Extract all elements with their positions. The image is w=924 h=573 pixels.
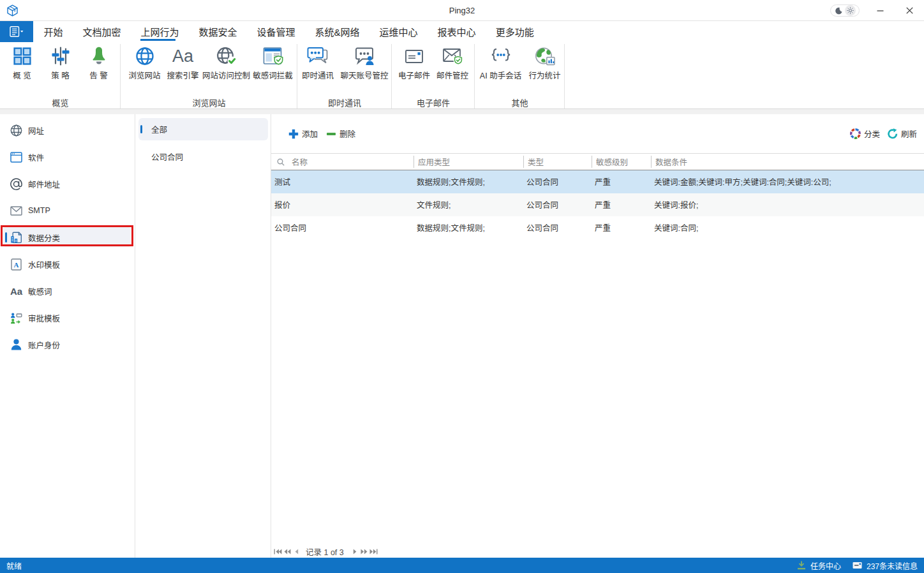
- sidebar-item-url[interactable]: 网址: [0, 117, 135, 144]
- search-engine-button[interactable]: Aa 搜索引擎: [164, 47, 202, 81]
- toolbar-button-label: 删除: [339, 128, 355, 140]
- tab-system-network[interactable]: 系统&网络: [305, 21, 369, 42]
- behavior-stats-icon: [535, 47, 555, 66]
- classify-button[interactable]: 分类: [850, 128, 880, 140]
- email-control-button[interactable]: 邮件管控: [433, 47, 472, 81]
- browse-website-button[interactable]: 浏览网站: [126, 47, 164, 81]
- tab-start[interactable]: 开始: [34, 21, 73, 42]
- column-header-condition[interactable]: 数据条件: [651, 154, 924, 170]
- column-header-label: 数据条件: [655, 158, 687, 167]
- behavior-stats-button[interactable]: 行为统计: [526, 47, 564, 81]
- ribbon-button-label: AI 助手会话: [480, 69, 521, 81]
- tab-data-security[interactable]: 数据安全: [189, 21, 247, 42]
- column-header-app-type[interactable]: 应用类型: [414, 154, 523, 170]
- sidebar-item-watermark-template[interactable]: A 水印模板: [0, 251, 135, 278]
- sidebar-item-software[interactable]: 软件: [0, 144, 135, 170]
- table-row[interactable]: 报价 文件规则; 公司合同 严重 关键词:报价;: [271, 193, 924, 216]
- instant-messaging-icon: [307, 47, 329, 66]
- title-bar: Ping32: [0, 0, 924, 21]
- close-button[interactable]: [895, 0, 924, 21]
- sidebar-item-email-address[interactable]: 邮件地址: [0, 170, 135, 197]
- table-header-row: 名称 应用类型 类型 敏感级别 数据条件: [271, 154, 924, 170]
- web-access-control-icon: [216, 47, 237, 66]
- ribbon-group-label: 即时通讯: [297, 96, 392, 108]
- theme-toggle[interactable]: [830, 4, 860, 17]
- cell-name: 测试: [271, 170, 414, 193]
- search-icon[interactable]: [277, 158, 285, 166]
- chat-account-control-button[interactable]: 聊天账号管控: [338, 47, 391, 81]
- ai-assistant-chat-button[interactable]: AI 助手会话: [476, 47, 526, 81]
- table-row[interactable]: 测试 数据规则;文件规则; 公司合同 严重 关键词:金额;关键词:甲方;关键词:…: [271, 170, 924, 193]
- ribbon-tab-row: 开始 文档加密 上网行为 数据安全 设备管理 系统&网络 运维中心 报表中心 更…: [0, 21, 924, 42]
- prev-page-icon[interactable]: [292, 547, 301, 557]
- email-control-icon: [442, 47, 463, 66]
- ribbon-content-divider: [0, 109, 924, 114]
- ribbon-empty-space: [565, 42, 924, 108]
- first-page-icon[interactable]: [273, 547, 282, 557]
- sidebar-item-account-identity[interactable]: 账户身份: [0, 331, 135, 358]
- tab-device-management[interactable]: 设备管理: [247, 21, 305, 42]
- instant-messaging-button[interactable]: 即时通讯: [298, 47, 338, 81]
- unread-messages-button[interactable]: 237条未读信息: [853, 560, 918, 571]
- next-group-icon[interactable]: [360, 547, 369, 557]
- category-item-label: 全部: [151, 123, 167, 135]
- cell-app-type: 数据规则;文件规则;: [414, 216, 523, 239]
- tab-ops-center[interactable]: 运维中心: [369, 21, 428, 42]
- sidebar-item-smtp[interactable]: SMTP: [0, 197, 135, 224]
- tab-report-center[interactable]: 报表中心: [428, 21, 486, 42]
- sidebar-item-approval-template[interactable]: 审批模板: [0, 304, 135, 331]
- light-mode-sun-icon[interactable]: [845, 5, 856, 16]
- sensitive-word-block-button[interactable]: 敏感词拦截: [251, 47, 295, 81]
- sidebar-item-sensitive-words[interactable]: Aa 敏感词: [0, 278, 135, 304]
- task-center-button[interactable]: 任务中心: [797, 560, 841, 571]
- ai-assistant-braces-icon: [490, 47, 512, 66]
- category-item-company-contract[interactable]: 公司合同: [138, 145, 268, 168]
- person-icon: [10, 339, 22, 350]
- alert-bell-icon: [89, 47, 108, 66]
- dark-mode-moon-icon[interactable]: [835, 7, 842, 15]
- tab-doc-encryption[interactable]: 文档加密: [73, 21, 131, 42]
- email-button[interactable]: 电子邮件: [395, 47, 433, 81]
- tab-web-behavior[interactable]: 上网行为: [131, 21, 189, 42]
- last-page-icon[interactable]: [369, 547, 378, 557]
- column-header-name[interactable]: 名称: [271, 154, 414, 170]
- ribbon-group-label: 概览: [0, 96, 121, 108]
- next-page-icon[interactable]: [350, 547, 359, 557]
- ribbon-tabs: 开始 文档加密 上网行为 数据安全 设备管理 系统&网络 运维中心 报表中心 更…: [34, 21, 544, 42]
- web-access-control-button[interactable]: 网站访问控制: [202, 47, 251, 81]
- delete-button[interactable]: 删除: [326, 128, 355, 140]
- refresh-button[interactable]: 刷新: [887, 128, 917, 140]
- globe-icon: [10, 124, 22, 137]
- sidebar-item-data-classification[interactable]: 数据分类: [0, 224, 135, 251]
- table-row[interactable]: 公司合同 数据规则;文件规则; 公司合同 严重 关键词:合同;: [271, 216, 924, 239]
- policy-button[interactable]: 策 略: [41, 47, 80, 81]
- column-header-type[interactable]: 类型: [523, 154, 592, 170]
- alert-button[interactable]: 告 警: [80, 47, 118, 81]
- minimize-button[interactable]: [865, 0, 895, 21]
- ribbon-button-label: 行为统计: [528, 69, 560, 81]
- tab-label: 数据安全: [199, 25, 237, 38]
- cell-app-type: 文件规则;: [414, 193, 523, 216]
- toolbar-button-label: 分类: [864, 128, 880, 140]
- ribbon-button-label: 告 警: [89, 69, 107, 81]
- cell-type: 公司合同: [523, 216, 592, 239]
- prev-group-icon[interactable]: [283, 547, 292, 557]
- cell-sensitivity: 严重: [592, 170, 651, 193]
- category-item-all[interactable]: 全部: [138, 118, 268, 140]
- approval-flow-icon: [10, 312, 22, 324]
- cell-name: 公司合同: [271, 216, 414, 239]
- toolbar-button-label: 添加: [302, 128, 318, 140]
- aa-glyph: Aa: [172, 47, 193, 66]
- aa-glyph: Aa: [10, 286, 22, 297]
- column-header-sensitivity[interactable]: 敏感级别: [592, 154, 651, 170]
- statusbar-item-label: 237条未读信息: [867, 560, 918, 571]
- add-button[interactable]: 添加: [288, 128, 318, 140]
- ribbon-group-label: 浏览网站: [121, 96, 297, 108]
- tab-more-features[interactable]: 更多功能: [486, 21, 544, 42]
- overview-button[interactable]: 概 览: [3, 47, 41, 81]
- app-menu-button[interactable]: [0, 21, 33, 42]
- toolbar-button-label: 刷新: [901, 128, 917, 140]
- classify-donut-icon: [850, 128, 861, 139]
- ribbon-group-im: 即时通讯 聊天账号管控 即时通讯: [297, 42, 392, 108]
- sidebar-item-label: 水印模板: [28, 258, 60, 271]
